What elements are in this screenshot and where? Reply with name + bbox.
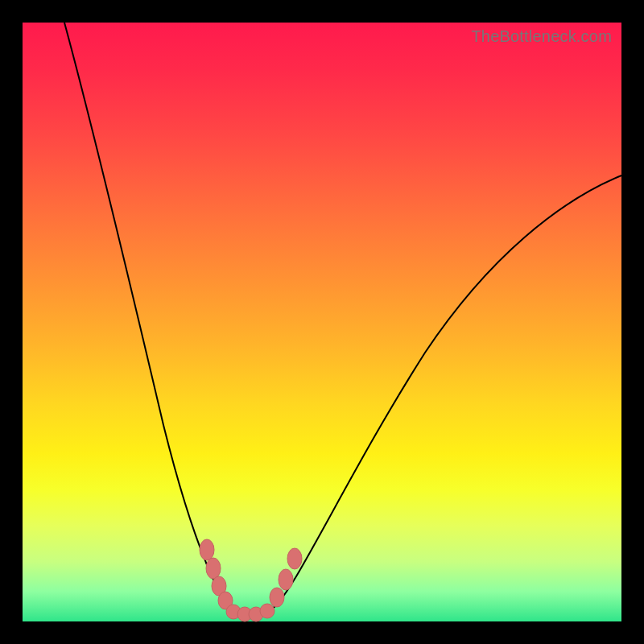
curve-path bbox=[64, 23, 621, 615]
outer-frame: TheBottleneck.com bbox=[0, 0, 644, 644]
svg-point-10 bbox=[287, 548, 302, 569]
svg-point-0 bbox=[200, 539, 214, 560]
svg-point-1 bbox=[206, 558, 221, 579]
recommended-range-beads bbox=[200, 539, 302, 621]
svg-point-8 bbox=[270, 588, 284, 607]
plot-area: TheBottleneck.com bbox=[23, 23, 621, 621]
bottleneck-curve bbox=[23, 23, 621, 621]
svg-point-9 bbox=[279, 569, 293, 590]
svg-point-7 bbox=[260, 604, 275, 618]
